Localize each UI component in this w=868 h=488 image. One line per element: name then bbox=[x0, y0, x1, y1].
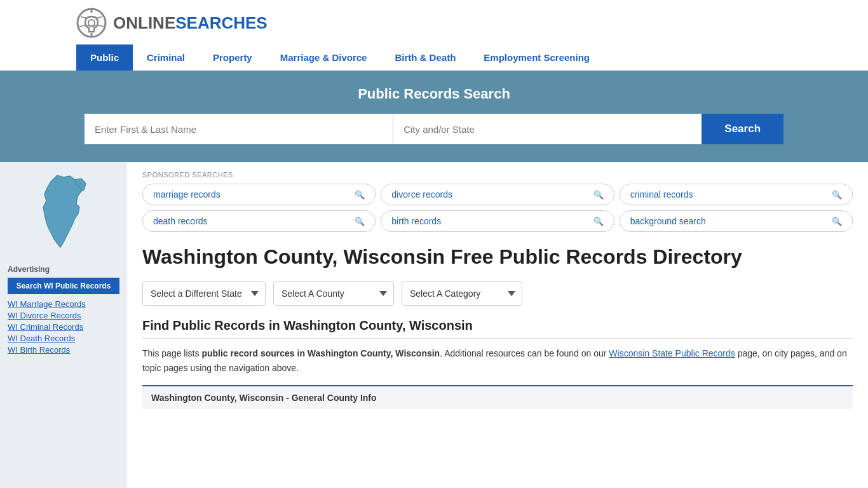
page-title: Washington County, Wisconsin Free Public… bbox=[142, 245, 853, 269]
find-text-1: This page lists bbox=[142, 348, 201, 358]
search-icon-criminal: 🔍 bbox=[832, 190, 842, 200]
content-area: SPONSORED SEARCHES marriage records 🔍 di… bbox=[127, 162, 868, 488]
main-wrapper: Advertising Search WI Public Records WI … bbox=[0, 162, 868, 488]
search-icon-birth: 🔍 bbox=[593, 217, 604, 226]
hero-title: Public Records Search bbox=[13, 86, 855, 102]
sidebar-link-divorce[interactable]: WI Divorce Records bbox=[8, 311, 119, 320]
nav-item-criminal[interactable]: Criminal bbox=[133, 44, 199, 71]
find-text-2: . Additional resources can be found on o… bbox=[440, 348, 609, 358]
logo-searches: SEARCHES bbox=[175, 13, 267, 32]
nav-item-public[interactable]: Public bbox=[76, 44, 133, 71]
sidebar: Advertising Search WI Public Records WI … bbox=[0, 162, 127, 488]
category-dropdown[interactable]: Select A Category bbox=[402, 281, 522, 306]
nav-item-employment[interactable]: Employment Screening bbox=[470, 44, 604, 71]
search-button[interactable]: Search bbox=[702, 114, 783, 144]
sidebar-link-birth[interactable]: WI Birth Records bbox=[8, 345, 119, 355]
tag-divorce[interactable]: divorce records 🔍 bbox=[381, 184, 614, 205]
hero-banner: Public Records Search Search bbox=[0, 71, 868, 162]
svg-point-0 bbox=[78, 9, 105, 37]
logo-area: ONLINESEARCHES bbox=[13, 8, 855, 38]
sidebar-link-criminal[interactable]: WI Criminal Records bbox=[8, 322, 119, 332]
search-icon-background: 🔍 bbox=[832, 217, 842, 226]
find-link[interactable]: Wisconsin State Public Records bbox=[609, 348, 735, 358]
sponsored-label: SPONSORED SEARCHES bbox=[142, 171, 853, 179]
sidebar-link-marriage[interactable]: WI Marriage Records bbox=[8, 299, 119, 309]
tag-marriage[interactable]: marriage records 🔍 bbox=[142, 184, 376, 205]
main-nav: Public Criminal Property Marriage & Divo… bbox=[13, 44, 855, 71]
search-tags: marriage records 🔍 divorce records 🔍 cri… bbox=[142, 184, 853, 232]
tag-death[interactable]: death records 🔍 bbox=[142, 210, 376, 232]
dropdowns-row: Select a Different State Select A County… bbox=[142, 281, 853, 306]
general-info-bar: Washington County, Wisconsin - General C… bbox=[142, 385, 853, 409]
find-section-title: Find Public Records in Washington County… bbox=[142, 318, 853, 339]
search-icon-marriage: 🔍 bbox=[355, 190, 365, 200]
logo-icon bbox=[76, 8, 107, 38]
sidebar-link-death[interactable]: WI Death Records bbox=[8, 334, 119, 343]
tag-marriage-label: marriage records bbox=[153, 189, 220, 200]
county-dropdown[interactable]: Select A County bbox=[273, 281, 394, 306]
logo-text[interactable]: ONLINESEARCHES bbox=[113, 13, 268, 33]
nav-item-marriage-divorce[interactable]: Marriage & Divorce bbox=[266, 44, 381, 71]
tag-death-label: death records bbox=[153, 216, 208, 226]
search-icon-divorce: 🔍 bbox=[593, 190, 604, 200]
tag-divorce-label: divorce records bbox=[391, 189, 452, 200]
name-input[interactable] bbox=[85, 114, 393, 144]
city-input[interactable] bbox=[393, 114, 702, 144]
ad-box[interactable]: Search WI Public Records bbox=[8, 278, 119, 294]
wisconsin-map-svg bbox=[25, 172, 102, 255]
state-dropdown[interactable]: Select a Different State bbox=[142, 281, 266, 306]
tag-birth[interactable]: birth records 🔍 bbox=[381, 210, 614, 232]
tag-birth-label: birth records bbox=[391, 216, 441, 226]
header: ONLINESEARCHES Public Criminal Property … bbox=[0, 0, 868, 71]
search-icon-death: 🔍 bbox=[355, 217, 365, 226]
find-section-text: This page lists public record sources in… bbox=[142, 346, 853, 375]
tag-background-label: background search bbox=[630, 216, 706, 226]
nav-item-birth-death[interactable]: Birth & Death bbox=[381, 44, 470, 71]
svg-point-1 bbox=[88, 20, 95, 26]
nav-item-property[interactable]: Property bbox=[199, 44, 266, 71]
logo-online: ONLINE bbox=[113, 13, 175, 32]
state-map bbox=[8, 172, 119, 255]
tag-background[interactable]: background search 🔍 bbox=[620, 210, 853, 232]
tag-criminal-label: criminal records bbox=[630, 189, 693, 200]
advertising-label: Advertising bbox=[8, 265, 119, 274]
hero-search-row: Search bbox=[85, 114, 783, 144]
find-text-bold: public record sources in Washington Coun… bbox=[201, 348, 440, 358]
tag-criminal[interactable]: criminal records 🔍 bbox=[620, 184, 853, 205]
